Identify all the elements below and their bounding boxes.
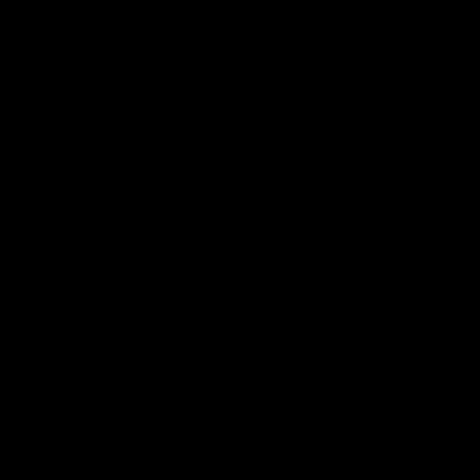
chart-frame bbox=[0, 0, 476, 476]
gradient-background bbox=[18, 18, 458, 458]
bottleneck-chart bbox=[0, 0, 476, 476]
